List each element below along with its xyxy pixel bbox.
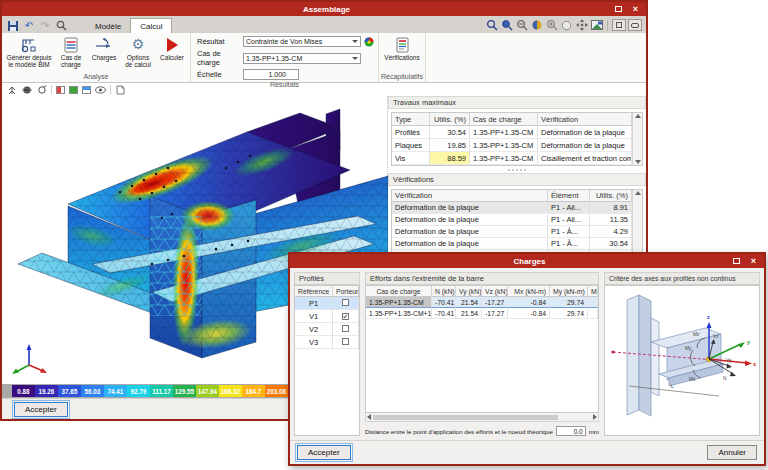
profile-row[interactable]: V1 ✓ <box>295 310 359 323</box>
col-utilis[interactable]: Utilis. (%) <box>430 113 470 126</box>
zoom-region-icon[interactable] <box>545 19 558 31</box>
porteur-checkbox[interactable]: ✓ <box>342 313 349 320</box>
sphere-icon[interactable] <box>560 19 573 31</box>
col-element[interactable]: Élément <box>548 190 590 202</box>
verifications-button[interactable]: Vérifications <box>382 35 422 62</box>
color-legend-icon[interactable] <box>364 37 374 47</box>
options-calcul-button[interactable]: ⚙ Options de calcul <box>122 35 154 70</box>
table-row[interactable]: Déformation de la plaque P1 - Â... 4.29 <box>392 226 632 238</box>
annuler-button[interactable]: Annuler <box>707 445 757 460</box>
tab-calcul[interactable]: Calcul <box>130 18 172 33</box>
cas-de-charge-button[interactable]: Cas de charge <box>56 35 86 70</box>
toolbar-separator <box>607 20 608 31</box>
rotate-view-icon[interactable] <box>36 85 47 95</box>
orbit-icon[interactable] <box>530 19 543 31</box>
accepter-button[interactable]: Accepter <box>297 445 351 460</box>
tab-modele[interactable]: Modèle <box>86 19 130 33</box>
col-verification[interactable]: Vérification <box>392 190 548 202</box>
generer-bim-button[interactable]: Générer depuis le modèle BIM <box>5 35 53 70</box>
profile-row[interactable]: P1 <box>295 297 359 310</box>
view-side-icon[interactable] <box>82 86 91 94</box>
horizontal-scrollbar[interactable] <box>365 413 599 422</box>
travaux-header-row[interactable]: Type Utilis. (%) Cas de charge Vérificat… <box>392 113 632 126</box>
table-row[interactable]: Plaques 19.85 1.35-PP+1.35-CM Déformatio… <box>392 139 632 152</box>
redo-icon[interactable]: ↷ <box>39 20 51 31</box>
select-axes-icon[interactable] <box>6 85 17 95</box>
chevron-down-icon <box>352 57 358 60</box>
table-row[interactable]: Profilés 30.54 1.35-PP+1.35-CM Déformati… <box>392 126 632 139</box>
panel-toggle-button[interactable] <box>612 19 626 31</box>
scale-segment: 0.88 <box>12 385 35 397</box>
zoom-extents-icon[interactable] <box>500 19 513 31</box>
distance-input[interactable]: 0.0 <box>556 426 586 436</box>
travaux-caption: Travaux maximaux <box>388 96 646 109</box>
col-cas[interactable]: Cas de charge <box>366 286 432 297</box>
charges-button[interactable]: Charges <box>89 35 119 70</box>
view-front-icon[interactable] <box>56 86 65 94</box>
comment-button[interactable] <box>628 19 642 31</box>
echelle-input[interactable]: 1.000 <box>243 69 299 80</box>
visibility-eye-icon[interactable] <box>95 85 106 95</box>
scale-segment: 92.79 <box>127 385 150 397</box>
accepter-button[interactable]: Accepter <box>14 402 68 417</box>
profiles-header-row[interactable]: Référence Porteur <box>295 286 359 297</box>
resultat-dropdown[interactable]: Contrainte de Von Mises <box>243 36 361 47</box>
col-vz[interactable]: Vz (kN) <box>482 286 508 297</box>
col-mz[interactable]: Mz <box>588 286 598 297</box>
profile-row[interactable]: V3 <box>295 336 359 349</box>
svg-text:y: y <box>747 339 751 345</box>
toolbar-separator <box>51 85 52 94</box>
table-row[interactable]: Déformation de la plaque P1 - Â... 30.54 <box>392 238 632 250</box>
col-vy[interactable]: Vy (kN) <box>456 286 482 297</box>
view-top-icon[interactable] <box>69 86 78 94</box>
zoom-icon[interactable] <box>55 20 67 31</box>
maximize-button[interactable] <box>729 256 744 267</box>
porteur-checkbox[interactable] <box>342 299 349 306</box>
col-porteur[interactable]: Porteur <box>333 286 359 297</box>
verifications-header-row[interactable]: Vérification Élément Utilis. (%) <box>392 190 632 202</box>
zoom-out-icon[interactable] <box>515 19 528 31</box>
ribbon-group-recapitulatifs: Vérifications Récapitulatifs <box>379 33 426 82</box>
undo-icon[interactable]: ↶ <box>23 20 35 31</box>
viewport-icon[interactable] <box>590 19 603 31</box>
col-reference[interactable]: Référence <box>295 286 333 297</box>
close-button[interactable]: × <box>746 256 761 267</box>
vertical-scrollbar[interactable] <box>632 113 642 165</box>
viewport-toolbar <box>2 83 646 96</box>
col-my[interactable]: My (kN-m) <box>550 286 588 297</box>
main-titlebar[interactable]: Assemblage × <box>2 2 646 16</box>
porteur-checkbox[interactable] <box>342 338 349 345</box>
maximize-button[interactable] <box>611 4 626 15</box>
porteur-checkbox[interactable] <box>342 325 349 332</box>
zoom-window-icon[interactable] <box>485 19 498 31</box>
cas-de-charge-dropdown[interactable]: 1.35-PP+1.35-CM <box>243 53 361 64</box>
effort-row[interactable]: 1.35-PP+1.35-CM -70.41 21.54 -17.27 -0.8… <box>366 297 598 308</box>
profile-row[interactable]: V2 <box>295 323 359 336</box>
col-mx[interactable]: Mx (kN-m) <box>508 286 550 297</box>
calculer-button[interactable]: Calculer <box>157 35 187 70</box>
col-n[interactable]: N (kN) <box>432 286 456 297</box>
efforts-header-row[interactable]: Cas de charge N (kN) Vy (kN) Vz (kN) Mx … <box>366 286 598 297</box>
panel-splitter[interactable] <box>388 166 646 173</box>
group-label-recapitulatifs: Récapitulatifs <box>379 72 425 82</box>
col-type[interactable]: Type <box>392 113 430 126</box>
report-document-icon <box>395 36 410 53</box>
dialog-footer: Accepter Annuler <box>290 440 764 464</box>
col-utilis[interactable]: Utilis. (%) <box>590 190 632 202</box>
pan-icon[interactable] <box>575 19 588 31</box>
save-icon[interactable] <box>7 20 19 31</box>
scale-segment: 184.7 <box>242 385 265 397</box>
svg-text:z: z <box>707 314 710 320</box>
dialog-titlebar[interactable]: Charges × <box>290 254 764 268</box>
sheet-icon[interactable] <box>115 85 126 95</box>
orbit-view-icon[interactable] <box>21 85 32 95</box>
table-row[interactable]: Déformation de la plaque P1 - Ail... 8.9… <box>392 202 632 214</box>
col-cas[interactable]: Cas de charge <box>470 113 538 126</box>
svg-text:L: L <box>671 384 674 389</box>
effort-row[interactable]: 1.35-PP+1.35-CM+1.5-Qa -70.41 21.54 -17.… <box>366 308 598 319</box>
table-row[interactable]: Déformation de la plaque P1 - Ail... 11.… <box>392 214 632 226</box>
table-row[interactable]: Vis 88.59 1.35-PP+1.35-CM Cisaillement e… <box>392 152 632 165</box>
col-verification[interactable]: Vérification <box>538 113 632 126</box>
svg-text:N: N <box>723 376 727 381</box>
close-button[interactable]: × <box>628 4 643 15</box>
